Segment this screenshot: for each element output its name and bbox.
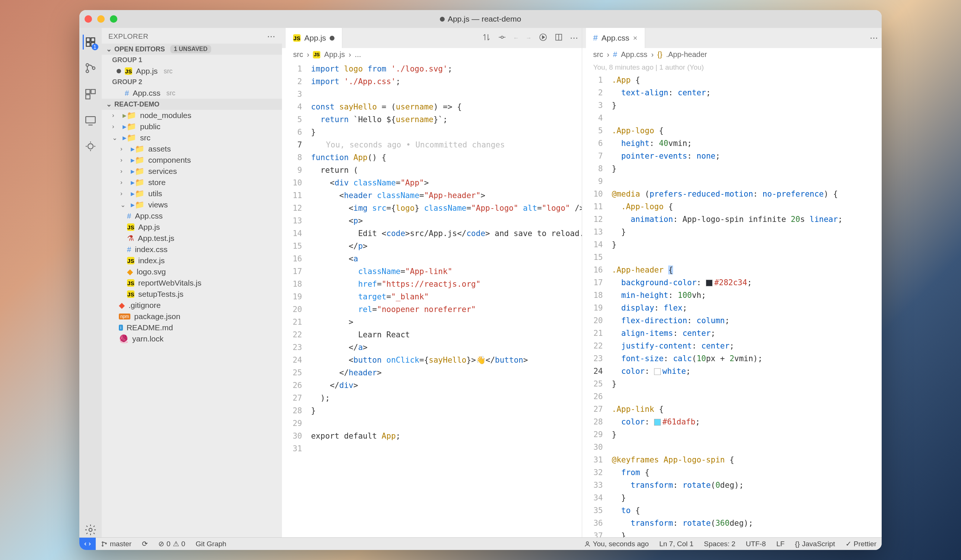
breadcrumb-left[interactable]: src › JS App.js › ... <box>282 48 582 61</box>
gitlens-blame-header: You, 8 minutes ago | 1 author (You) <box>582 61 882 72</box>
svg-point-15 <box>586 542 588 544</box>
open-editor-item[interactable]: # App.csssrc <box>102 88 282 99</box>
folder-public[interactable]: › ▸📁 public <box>102 121 282 132</box>
arrow-right-icon[interactable]: → <box>526 35 532 41</box>
folder-icon: ▸📁 <box>131 144 145 153</box>
svg-point-13 <box>102 545 103 546</box>
tab-label: App.css <box>601 34 630 42</box>
file-index.js[interactable]: JSindex.js <box>102 255 282 266</box>
close-tab-icon[interactable]: × <box>633 34 637 42</box>
svg-point-9 <box>501 36 503 39</box>
svg-point-8 <box>89 528 92 532</box>
folder-icon: ▸📁 <box>122 111 136 120</box>
split-editor-icon[interactable] <box>554 33 563 43</box>
tab-label: App.js <box>304 34 326 42</box>
open-changes-icon[interactable] <box>498 33 506 43</box>
compare-changes-icon[interactable] <box>482 33 491 43</box>
tab-more-icon[interactable]: ⋯ <box>570 33 578 43</box>
tab-app-js[interactable]: JS App.js <box>286 28 342 48</box>
file-reportWebVitals.js[interactable]: JSreportWebVitals.js <box>102 278 282 289</box>
open-editors-section[interactable]: ⌄ OPEN EDITORS 1 UNSAVED <box>102 43 282 55</box>
file-index.css[interactable]: #index.css <box>102 244 282 255</box>
chevron-icon: › <box>112 123 119 130</box>
open-editors-group-label: GROUP 2 <box>102 77 282 88</box>
run-icon[interactable] <box>538 33 548 43</box>
file-App.test.js[interactable]: ⚗App.test.js <box>102 233 282 244</box>
svg-rect-5 <box>86 95 90 99</box>
modified-indicator-icon <box>440 17 445 22</box>
minimize-window-button[interactable] <box>97 15 104 23</box>
settings-gear-icon[interactable] <box>83 522 98 537</box>
svg-rect-6 <box>86 117 95 123</box>
folder-assets[interactable]: › ▸📁 assets <box>102 143 282 154</box>
extensions-activity-icon[interactable] <box>83 87 98 102</box>
folder-icon: ▸📁 <box>122 133 136 142</box>
chevron-icon: › <box>120 190 127 197</box>
cursor-position-status[interactable]: Ln 7, Col 1 <box>654 540 699 548</box>
tab-app-css[interactable]: # App.css × <box>586 28 646 48</box>
sidebar-title: EXPLORER <box>108 32 148 40</box>
tab-bar-right: # App.css × ⋯ <box>582 28 882 48</box>
file-logo.svg[interactable]: ◆logo.svg <box>102 266 282 278</box>
window-title: App.js — react-demo <box>440 14 521 24</box>
folder-src[interactable]: ⌄ ▸📁 src <box>102 132 282 143</box>
folder-components[interactable]: › ▸📁 components <box>102 154 282 166</box>
folder-services[interactable]: › ▸📁 services <box>102 166 282 177</box>
js-icon: JS <box>313 51 320 58</box>
chevron-icon: › <box>120 145 127 152</box>
unsaved-badge: 1 UNSAVED <box>170 45 211 53</box>
chevron-down-icon: ⌄ <box>105 100 112 108</box>
editor-group-1: JS App.js ← → ⋯ src › <box>282 28 582 537</box>
file-App.js[interactable]: JSApp.js <box>102 221 282 233</box>
spaces-status[interactable]: Spaces: 2 <box>699 540 741 548</box>
maximize-window-button[interactable] <box>110 15 117 23</box>
explorer-activity-icon[interactable]: 1 <box>83 35 98 50</box>
modified-indicator-icon <box>329 36 334 40</box>
file-App.css[interactable]: #App.css <box>102 210 282 221</box>
debug-activity-icon[interactable] <box>83 139 98 154</box>
folder-icon: ▸📁 <box>122 122 136 131</box>
breadcrumb-right[interactable]: src › # App.css › {} .App-header <box>582 48 882 61</box>
modified-indicator-icon <box>117 69 121 73</box>
encoding-status[interactable]: UTF-8 <box>741 540 771 548</box>
source-control-activity-icon[interactable] <box>83 61 98 75</box>
folder-node_modules[interactable]: › ▸📁 node_modules <box>102 110 282 121</box>
eol-status[interactable]: LF <box>771 540 790 548</box>
git-graph-status[interactable]: Git Graph <box>190 540 231 548</box>
folder-views[interactable]: ⌄ ▸📁 views <box>102 199 282 210</box>
code-editor-left[interactable]: 1234567891011121314151617181920212223242… <box>282 61 582 537</box>
js-icon: JS <box>293 34 301 42</box>
file-.gitignore[interactable]: ◆.gitignore <box>102 300 282 311</box>
folder-utils[interactable]: › ▸📁 utils <box>102 188 282 199</box>
file-setupTests.js[interactable]: JSsetupTests.js <box>102 289 282 300</box>
gitlens-blame-status[interactable]: You, seconds ago <box>579 540 654 548</box>
status-bar: master ⟳ ⊘0 ⚠0 Git Graph You, seconds ag… <box>79 537 882 550</box>
svg-point-7 <box>88 144 93 149</box>
file-package.json[interactable]: npmpackage.json <box>102 311 282 322</box>
css-rule-icon: {} <box>657 50 662 59</box>
language-status[interactable]: {} JavaScript <box>790 540 840 548</box>
explorer-badge: 1 <box>92 43 98 50</box>
sidebar-more-icon[interactable]: ⋯ <box>267 32 276 41</box>
tab-more-icon[interactable]: ⋯ <box>870 33 878 43</box>
folder-icon: ▸📁 <box>131 156 145 165</box>
project-section[interactable]: ⌄ REACT-DEMO <box>102 99 282 110</box>
traffic-lights <box>85 15 117 23</box>
git-branch-status[interactable]: master <box>96 540 137 548</box>
open-editor-item[interactable]: JS App.jssrc <box>102 66 282 77</box>
folder-store[interactable]: › ▸📁 store <box>102 177 282 188</box>
sync-status[interactable]: ⟳ <box>137 539 153 548</box>
file-yarn.lock[interactable]: 🧶yarn.lock <box>102 333 282 344</box>
problems-status[interactable]: ⊘0 ⚠0 <box>153 539 190 548</box>
open-editors-group-label: GROUP 1 <box>102 55 282 66</box>
close-window-button[interactable] <box>85 15 92 23</box>
css-icon: # <box>613 50 617 59</box>
vscode-window: App.js — react-demo 1 <box>79 10 882 550</box>
code-editor-right[interactable]: 1234567891011121314151617181920212223242… <box>582 72 882 537</box>
prettier-status[interactable]: ✓ Prettier <box>840 539 882 548</box>
folder-icon: ▸📁 <box>131 189 145 198</box>
remote-indicator[interactable] <box>79 538 96 550</box>
arrow-left-icon[interactable]: ← <box>513 35 519 41</box>
remote-activity-icon[interactable] <box>83 113 98 128</box>
file-README.md[interactable]: iREADME.md <box>102 322 282 333</box>
